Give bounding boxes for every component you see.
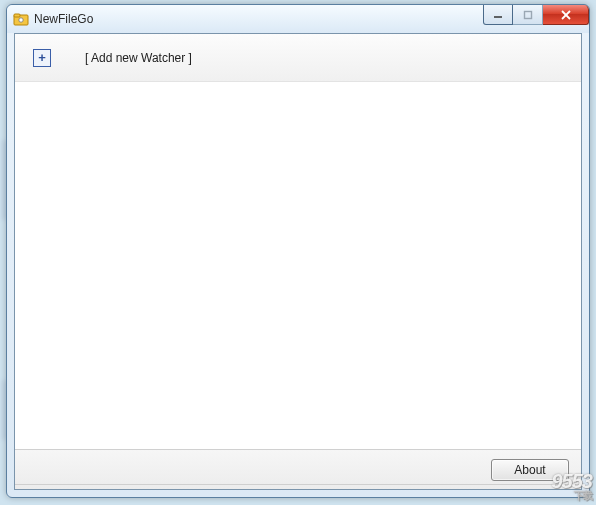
window-controls <box>483 5 589 25</box>
client-area: + [ Add new Watcher ] About <box>14 33 582 490</box>
watcher-list <box>15 82 581 449</box>
app-icon <box>13 11 29 27</box>
plus-icon: + <box>33 49 51 67</box>
app-window: NewFileGo + [ Add new Watcher ] About <box>6 4 590 498</box>
add-watcher-row[interactable]: + [ Add new Watcher ] <box>15 34 581 82</box>
add-watcher-label: [ Add new Watcher ] <box>85 51 192 65</box>
svg-point-2 <box>19 18 23 22</box>
svg-rect-4 <box>524 11 531 18</box>
about-button[interactable]: About <box>491 459 569 481</box>
close-button[interactable] <box>543 5 589 25</box>
maximize-button[interactable] <box>513 5 543 25</box>
title-bar[interactable]: NewFileGo <box>7 5 589 33</box>
window-title: NewFileGo <box>34 12 93 26</box>
footer-bar: About <box>15 449 581 489</box>
svg-rect-1 <box>14 14 20 17</box>
minimize-button[interactable] <box>483 5 513 25</box>
